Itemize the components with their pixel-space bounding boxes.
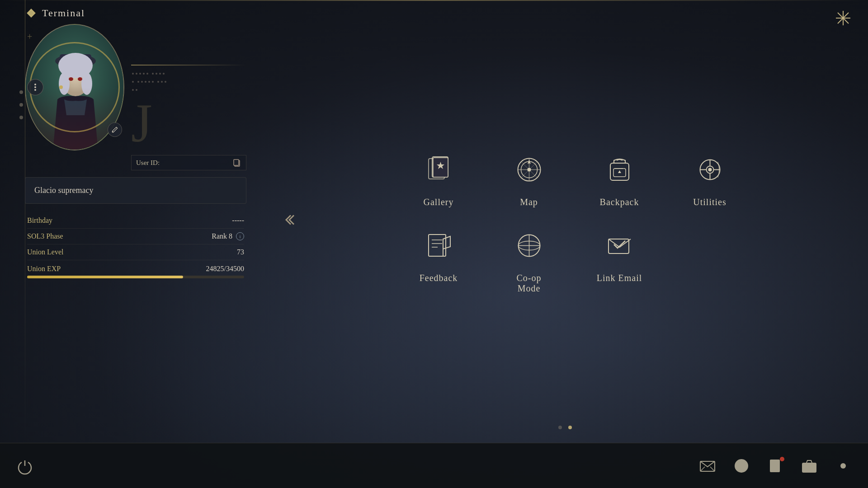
taskbar bbox=[0, 443, 868, 488]
exp-bar-background bbox=[27, 276, 244, 278]
utilities-label: Utilities bbox=[693, 197, 726, 207]
page-indicators bbox=[558, 426, 572, 429]
svg-rect-20 bbox=[234, 160, 239, 165]
sol3-value: Rank 8 i bbox=[212, 232, 244, 240]
link-email-label: Link Email bbox=[597, 273, 642, 283]
avatar-right-info: J User ID: bbox=[131, 24, 246, 170]
svg-point-31 bbox=[527, 168, 531, 172]
settings-button[interactable] bbox=[832, 455, 854, 477]
edge-dot bbox=[19, 90, 23, 94]
log-button[interactable] bbox=[764, 455, 787, 477]
svg-point-66 bbox=[806, 465, 812, 471]
terminal-title: Terminal bbox=[42, 7, 85, 19]
exp-bar-fill bbox=[27, 276, 183, 278]
close-button[interactable] bbox=[832, 7, 854, 29]
stats-section: Birthday ----- SOL3 Phase Rank 8 i Union… bbox=[25, 213, 246, 278]
right-panel: Gallery bbox=[262, 0, 868, 443]
taskbar-right bbox=[696, 455, 854, 477]
sol3-label: SOL3 Phase bbox=[27, 232, 63, 240]
svg-line-55 bbox=[700, 467, 705, 471]
map-icon-bg bbox=[509, 150, 549, 190]
feedback-icon-bg bbox=[418, 225, 459, 266]
avatar-menu-button[interactable] bbox=[27, 79, 43, 95]
union-level-label: Union Level bbox=[27, 248, 63, 256]
back-arrow-button[interactable] bbox=[285, 213, 298, 230]
coop-menu-item[interactable]: Co-op Mode bbox=[493, 221, 565, 298]
user-id-label: User ID: bbox=[136, 159, 160, 167]
left-edge-decoration bbox=[19, 90, 23, 443]
plus-marker: + bbox=[27, 32, 32, 42]
avatar-container bbox=[25, 24, 124, 150]
clock-button[interactable] bbox=[730, 455, 753, 477]
avatar-section: J User ID: bbox=[25, 24, 246, 170]
svg-point-60 bbox=[741, 465, 742, 467]
birthday-label: Birthday bbox=[27, 216, 52, 225]
utilities-icon bbox=[695, 155, 725, 184]
svg-point-43 bbox=[708, 168, 712, 172]
top-border bbox=[0, 0, 868, 1]
feedback-label: Feedback bbox=[420, 273, 458, 283]
link-email-icon-bg bbox=[599, 225, 640, 266]
page-dot-2[interactable] bbox=[568, 426, 572, 429]
sol3-info-button[interactable]: i bbox=[236, 232, 244, 240]
background-letter: J bbox=[131, 96, 246, 150]
coop-icon-bg bbox=[509, 225, 549, 266]
svg-marker-36 bbox=[618, 170, 621, 173]
svg-rect-23 bbox=[433, 158, 448, 177]
copy-id-button[interactable] bbox=[232, 158, 241, 167]
feedback-icon bbox=[424, 231, 453, 260]
notification-badge-dot bbox=[780, 457, 784, 461]
mail-button[interactable] bbox=[696, 455, 719, 477]
union-level-value: 73 bbox=[237, 248, 244, 256]
power-button[interactable] bbox=[14, 455, 36, 477]
link-email-icon bbox=[605, 231, 634, 260]
svg-point-69 bbox=[840, 463, 846, 469]
backpack-icon bbox=[605, 155, 634, 184]
menu-grid: Gallery bbox=[402, 145, 746, 298]
bio-text: Glacio supremacy bbox=[34, 186, 93, 195]
sol3-rank: Rank 8 bbox=[212, 232, 232, 240]
svg-point-16 bbox=[34, 84, 36, 85]
svg-point-17 bbox=[34, 86, 36, 88]
feedback-menu-item[interactable]: Feedback bbox=[402, 221, 475, 298]
backpack-menu-item[interactable]: Backpack bbox=[583, 145, 656, 212]
utilities-icon-bg bbox=[689, 150, 730, 190]
map-menu-item[interactable]: Map bbox=[493, 145, 565, 212]
bio-box: Glacio supremacy bbox=[25, 177, 246, 204]
edge-dot bbox=[19, 116, 23, 119]
camera-button[interactable] bbox=[798, 455, 821, 477]
exp-label: Union EXP bbox=[27, 265, 61, 273]
exp-row: Union EXP 24825/34500 bbox=[27, 265, 244, 278]
exp-header: Union EXP 24825/34500 bbox=[27, 265, 244, 273]
sol3-row: SOL3 Phase Rank 8 i bbox=[27, 229, 244, 244]
page-dot-1[interactable] bbox=[558, 426, 562, 429]
map-icon bbox=[514, 155, 544, 184]
backpack-label: Backpack bbox=[600, 197, 639, 207]
gallery-icon-bg bbox=[418, 150, 459, 190]
map-label: Map bbox=[520, 197, 538, 207]
birthday-row: Birthday ----- bbox=[27, 213, 244, 229]
exp-value: 24825/34500 bbox=[206, 265, 244, 273]
coop-label: Co-op Mode bbox=[517, 273, 542, 294]
svg-point-18 bbox=[34, 89, 36, 91]
gallery-menu-item[interactable]: Gallery bbox=[402, 145, 475, 212]
user-id-row: User ID: bbox=[131, 155, 246, 170]
backpack-icon-bg bbox=[599, 150, 640, 190]
dot-pattern bbox=[131, 69, 167, 92]
union-level-row: Union Level 73 bbox=[27, 244, 244, 260]
terminal-header: Terminal bbox=[25, 7, 246, 19]
svg-rect-61 bbox=[770, 460, 780, 472]
top-line bbox=[131, 65, 246, 66]
gallery-icon bbox=[424, 155, 453, 184]
taskbar-left bbox=[14, 455, 36, 477]
edge-dot bbox=[19, 103, 23, 107]
utilities-menu-item[interactable]: Utilities bbox=[674, 145, 746, 212]
gallery-label: Gallery bbox=[424, 197, 454, 207]
coop-icon bbox=[514, 231, 544, 260]
terminal-icon bbox=[25, 7, 38, 19]
svg-line-56 bbox=[710, 467, 715, 471]
left-panel: Terminal bbox=[25, 7, 246, 278]
link-email-menu-item[interactable]: Link Email bbox=[583, 221, 656, 298]
avatar-edit-button[interactable] bbox=[108, 122, 122, 137]
svg-point-68 bbox=[813, 464, 815, 466]
